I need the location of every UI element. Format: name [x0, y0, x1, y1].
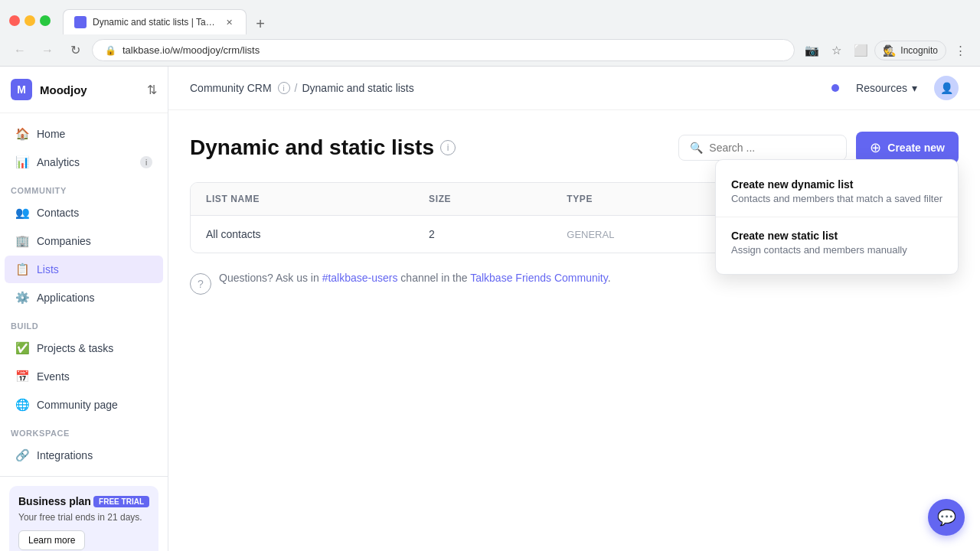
logo-letter: M — [17, 83, 26, 96]
sidebar-item-contacts[interactable]: 👥 Contacts — [5, 199, 163, 227]
learn-more-button[interactable]: Learn more — [18, 530, 85, 550]
sidebar-item-projects[interactable]: ✅ Projects & tasks — [5, 334, 163, 362]
business-plan-header: Business plan FREE TRIAL — [18, 495, 149, 507]
help-icon: ? — [190, 273, 211, 295]
tab-title: Dynamic and static lists | Talkb... — [93, 17, 217, 28]
column-size: SIZE — [413, 183, 551, 216]
reload-button[interactable]: ↻ — [64, 40, 86, 61]
static-list-title: Create new static list — [731, 230, 942, 242]
create-new-dropdown: Create new dynamic list Contacts and mem… — [715, 159, 959, 275]
breadcrumb: Community CRM i / Dynamic and static lis… — [190, 82, 414, 94]
free-trial-badge: FREE TRIAL — [93, 496, 149, 507]
sidebar-nav: 🏠 Home 📊 Analytics i Community 👥 Contact… — [0, 113, 168, 476]
window-controls — [9, 15, 51, 26]
browser-toolbar: ← → ↻ 🔒 talkbase.io/w/moodjoy/crm/lists … — [0, 34, 980, 66]
help-note: ? Questions? Ask us in #talkbase-users c… — [190, 272, 959, 295]
page-title: Dynamic and static lists — [190, 135, 434, 160]
app-logo: M — [11, 79, 32, 100]
dropdown-divider — [716, 217, 958, 217]
sidebar-item-community-page[interactable]: 🌐 Community page — [5, 391, 163, 419]
sidebar-item-label: Integrations — [37, 449, 152, 461]
tab-favicon — [74, 16, 87, 28]
sidebar-footer: Business plan FREE TRIAL Your free trial… — [0, 476, 168, 551]
sidebar-header: M Moodjoy ⇅ — [0, 67, 168, 113]
browser-titlebar: Dynamic and static lists | Talkb... ✕ + — [0, 0, 980, 34]
close-window-button[interactable] — [9, 15, 20, 26]
projects-icon: ✅ — [15, 341, 29, 355]
incognito-label: Incognito — [900, 45, 938, 56]
companies-icon: 🏢 — [15, 234, 29, 248]
chat-button[interactable]: 💬 — [928, 499, 965, 536]
sidebar-item-label: Analytics — [37, 156, 132, 168]
dynamic-list-title: Create new dynamic list — [731, 178, 942, 191]
tab-close-button[interactable]: ✕ — [223, 16, 235, 28]
column-list-name: LIST NAME — [191, 183, 413, 216]
incognito-button[interactable]: 🕵️ Incognito — [874, 41, 946, 60]
community-page-icon: 🌐 — [15, 398, 29, 412]
back-button[interactable]: ← — [9, 40, 31, 61]
static-list-desc: Assign contacts and members manually — [731, 244, 942, 256]
extensions-icon[interactable]: ⬜ — [850, 40, 871, 61]
workspace-section-label: Workspace — [0, 419, 168, 441]
create-new-label: Create new — [887, 142, 945, 154]
sidebar-item-integrations[interactable]: 🔗 Integrations — [5, 442, 163, 469]
help-text-suffix: . — [608, 272, 611, 284]
menu-button[interactable]: ⋮ — [949, 40, 971, 61]
breadcrumb-root-link[interactable]: Community CRM — [190, 82, 272, 94]
dynamic-list-desc: Contacts and members that match a saved … — [731, 193, 942, 204]
sidebar-item-applications[interactable]: ⚙️ Applications — [5, 284, 163, 311]
search-input[interactable] — [709, 142, 831, 154]
sidebar-item-companies[interactable]: 🏢 Companies — [5, 227, 163, 255]
app: M Moodjoy ⇅ 🏠 Home 📊 Analytics i Communi… — [0, 67, 980, 551]
sidebar-item-events[interactable]: 📅 Events — [5, 363, 163, 390]
sidebar-item-analytics[interactable]: 📊 Analytics i — [5, 148, 163, 176]
app-name: Moodjoy — [40, 83, 139, 96]
user-avatar[interactable]: 👤 — [934, 76, 959, 100]
incognito-icon: 🕵️ — [883, 44, 896, 57]
sidebar-item-lists[interactable]: 📋 Lists — [5, 256, 163, 283]
new-tab-button[interactable]: + — [250, 13, 271, 34]
sidebar-toggle-button[interactable]: ⇅ — [147, 83, 157, 97]
cell-size: 2 — [413, 216, 551, 253]
help-text-prefix: Questions? Ask us in — [219, 272, 322, 284]
forward-button[interactable]: → — [37, 40, 58, 61]
plus-icon: ⊕ — [870, 139, 881, 156]
help-text-middle: channel in the — [397, 272, 470, 284]
maximize-window-button[interactable] — [40, 15, 51, 26]
talkbase-community-link[interactable]: Talkbase Friends Community — [470, 272, 607, 284]
search-bar: 🔍 — [678, 135, 847, 161]
create-dynamic-list-item[interactable]: Create new dynamic list Contacts and mem… — [716, 169, 958, 214]
sidebar: M Moodjoy ⇅ 🏠 Home 📊 Analytics i Communi… — [0, 67, 168, 551]
address-bar[interactable]: 🔒 talkbase.io/w/moodjoy/crm/lists — [92, 39, 795, 61]
tab-bar: Dynamic and static lists | Talkb... ✕ + — [57, 9, 277, 34]
business-plan-card: Business plan FREE TRIAL Your free trial… — [9, 486, 158, 551]
applications-icon: ⚙️ — [15, 291, 29, 305]
status-dot — [831, 84, 839, 92]
bookmark-icon[interactable]: ☆ — [825, 40, 847, 61]
analytics-info-badge: i — [140, 156, 152, 168]
active-tab[interactable]: Dynamic and static lists | Talkb... ✕ — [63, 9, 247, 34]
topbar: Community CRM i / Dynamic and static lis… — [168, 67, 980, 110]
integrations-icon: 🔗 — [15, 448, 29, 462]
sidebar-item-home[interactable]: 🏠 Home — [5, 120, 163, 148]
business-plan-title: Business plan — [18, 495, 91, 507]
sidebar-item-label: Lists — [37, 263, 152, 276]
sidebar-item-label: Events — [37, 370, 152, 383]
talkbase-users-link[interactable]: #talkbase-users — [322, 272, 398, 284]
sidebar-item-label: Community page — [37, 399, 152, 411]
sidebar-item-label: Home — [37, 128, 152, 140]
url-text: talkbase.io/w/moodjoy/crm/lists — [122, 44, 782, 56]
business-plan-description: Your free trial ends in 21 days. — [18, 512, 149, 523]
sidebar-item-label: Projects & tasks — [37, 342, 152, 354]
sidebar-item-label: Companies — [37, 235, 152, 247]
resources-button[interactable]: Resources ▾ — [848, 77, 925, 99]
camera-off-icon[interactable]: 📷 — [801, 40, 822, 61]
page-title-info-icon[interactable]: i — [440, 140, 456, 155]
help-text: Questions? Ask us in #talkbase-users cha… — [219, 272, 611, 284]
breadcrumb-info-icon[interactable]: i — [278, 82, 290, 94]
dropdown-overlay: Create new dynamic list Contacts and mem… — [168, 110, 980, 551]
toolbar-icons: 📷 ☆ ⬜ 🕵️ Incognito ⋮ — [801, 40, 971, 61]
contacts-icon: 👥 — [15, 206, 29, 220]
minimize-window-button[interactable] — [24, 15, 35, 26]
create-static-list-item[interactable]: Create new static list Assign contacts a… — [716, 220, 958, 265]
